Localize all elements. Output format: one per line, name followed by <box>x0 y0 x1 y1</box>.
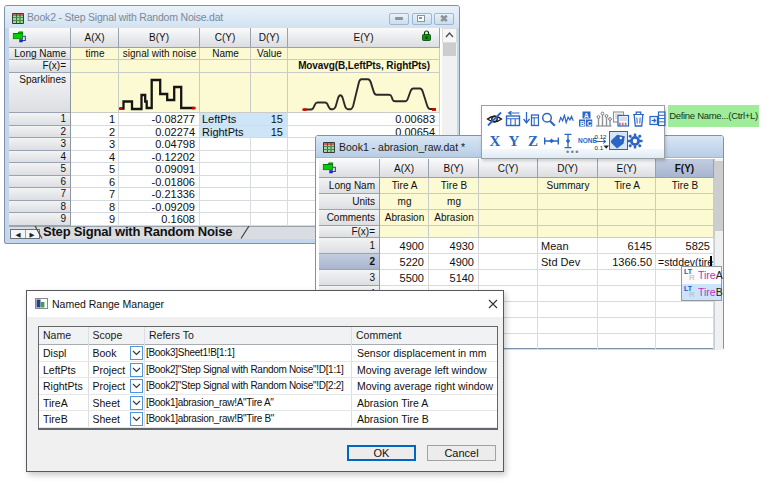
svg-text:0.1: 0.1 <box>594 143 603 150</box>
svg-text:B: B <box>580 120 585 127</box>
svg-text:0.12: 0.12 <box>594 133 607 140</box>
svg-text:A: A <box>584 112 589 119</box>
svg-text:C: C <box>587 120 592 127</box>
